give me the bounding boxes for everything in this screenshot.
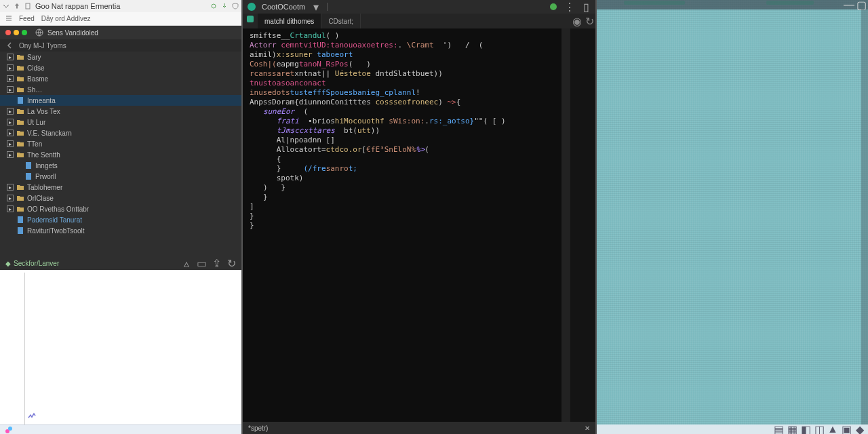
shield-icon[interactable] [232, 3, 239, 9]
toolbar-feed[interactable]: Feed [19, 15, 35, 22]
scrollbar-vertical[interactable] [561, 28, 570, 422]
maximize-icon[interactable]: ▢ [857, 1, 865, 9]
tree-node[interactable]: ▸Sary [0, 52, 241, 62]
code-line[interactable]: smiftse__Crtandul( ) [250, 31, 557, 41]
code-line[interactable]: frati •brioshiMocouothf sWis:on:.rs:_aot… [250, 117, 557, 126]
tree-node[interactable]: ▸The Sentth [0, 149, 241, 160]
folder-toggle-icon[interactable]: ▸ [7, 86, 14, 93]
code-line[interactable]: } [250, 193, 557, 202]
refresh-icon[interactable]: ↻ [226, 258, 236, 268]
folder-toggle-icon[interactable]: ▸ [7, 130, 14, 136]
scrollbar-vertical[interactable] [861, 9, 868, 425]
tree-node[interactable]: ▸OO Rvethas Onttabr [0, 203, 241, 214]
code-line[interactable]: ) } [250, 183, 557, 193]
code-line[interactable]: } [250, 212, 557, 221]
tree-node[interactable]: Prworll [0, 171, 241, 182]
panel-icon[interactable]: ▯ [580, 1, 591, 12]
code-line[interactable]: tJmsccxttares bt(utt)) [250, 126, 557, 136]
code-line[interactable]: spotk) [250, 174, 557, 183]
sync-icon[interactable]: ↻ [583, 14, 595, 28]
code-area[interactable]: smiftse__Crtandul( )Actorr cemntvitUD:ta… [245, 28, 561, 422]
menu-icon[interactable] [5, 15, 12, 23]
account-label: Sens Vandidoled [47, 29, 98, 37]
tool-icon[interactable]: ◧ [802, 425, 810, 433]
folder-toggle-icon[interactable]: ▸ [7, 205, 14, 212]
code-line[interactable]: Cosh|(eapmgtanoN_RsPos( ) [250, 60, 557, 69]
tool-icon[interactable]: ◆ [856, 425, 864, 433]
tab-app-icon[interactable] [243, 14, 258, 24]
tree-node[interactable]: ▸Sh… [0, 84, 241, 95]
tree-node[interactable]: ▸V.E. Stanckarn [0, 127, 241, 138]
download-icon[interactable] [221, 3, 228, 9]
folder-toggle-icon[interactable]: ▸ [7, 64, 14, 71]
code-line[interactable]: AnpssDoram{diunnonConitttes cossseofrone… [250, 98, 557, 107]
tool-icon[interactable]: ▤ [774, 425, 783, 433]
folder-toggle-icon[interactable]: ▸ [7, 184, 14, 191]
tree-node[interactable]: Inngets [0, 160, 241, 171]
code-line[interactable]: suneEor ( [250, 107, 557, 117]
folder-toggle-icon[interactable]: ▸ [7, 108, 14, 115]
share-icon[interactable]: ⇪ [212, 258, 221, 268]
code-line[interactable]: Al|npoadnn [] [250, 136, 557, 145]
minimap[interactable] [570, 28, 595, 422]
code-line[interactable]: tnustoasoanconact [250, 79, 557, 88]
code-line[interactable]: ] [250, 202, 557, 212]
upload-icon[interactable]: ▵ [182, 258, 191, 268]
tree-node[interactable]: ▸Cidse [0, 62, 241, 73]
tree-node[interactable]: Inmeanta [0, 95, 241, 106]
file-tree[interactable]: ▸Sary▸Cidse▸Basme▸Sh…Inmeanta▸La Vos Tex… [0, 52, 241, 256]
tree-node[interactable]: ▸Tablohemer [0, 182, 241, 193]
tool-icon[interactable]: ◫ [815, 425, 823, 433]
code-line[interactable]: rcanssaretxntnat|| Uéstetoe dntdSlattbue… [250, 69, 557, 79]
more-icon[interactable]: ⋮ [564, 1, 575, 12]
tree-node[interactable]: ▸La Vos Tex [0, 106, 241, 117]
tree-node[interactable]: ▸OrlClase [0, 193, 241, 203]
app-icon[interactable] [4, 425, 14, 435]
tree-node[interactable]: Ravitur/TwobTsoolt [0, 225, 241, 236]
tree-node[interactable]: ▸Ut Lur [0, 117, 241, 127]
close-icon[interactable]: ✕ [585, 425, 590, 432]
sync-icon[interactable] [210, 3, 217, 9]
tool-icon[interactable]: ▦ [788, 425, 796, 433]
folder-toggle-icon[interactable]: ▸ [7, 140, 14, 147]
tree-node[interactable]: ▸TTen [0, 138, 241, 149]
account-row[interactable]: Sens Vandidoled [0, 26, 241, 39]
file-icon [16, 216, 24, 224]
tree-node[interactable]: Padernsid Tanurat [0, 214, 241, 225]
code-line[interactable]: } [250, 221, 557, 231]
close-dot-icon[interactable] [5, 30, 11, 35]
folder-toggle-icon[interactable]: ▸ [7, 54, 14, 60]
code-line[interactable]: } (/fresanrot; [250, 164, 557, 174]
folder-icon [16, 53, 24, 61]
folder-toggle-icon[interactable]: ▸ [7, 195, 14, 201]
window-controls[interactable] [5, 30, 27, 35]
editor-tab[interactable]: matchI dithomes [258, 14, 321, 28]
code-editor[interactable]: smiftse__Crtandul( )Actorr cemntvitUD:ta… [243, 28, 595, 422]
eye-icon[interactable]: ◉ [571, 14, 583, 28]
code-line[interactable]: Allocatort=ctdco.or[€fE³SnEloN%%>( [250, 145, 557, 155]
editor-tab[interactable]: CDstart; [321, 14, 361, 28]
explorer-window: Goo Nat rappan Ermentia Feed Dây ord Add… [0, 0, 241, 434]
explorer-body: Sens Vandidoled Ony M-J Tyoms ▸Sary▸Cids… [0, 26, 241, 270]
pin-icon[interactable] [14, 3, 20, 9]
status-text: *spetr) [248, 425, 268, 432]
back-row[interactable]: Ony M-J Tyoms [0, 39, 241, 52]
zoom-dot-icon[interactable] [22, 30, 27, 35]
tree-node[interactable]: ▸Basme [0, 73, 241, 84]
dropdown-icon[interactable]: ▾ [311, 1, 321, 12]
minimize-icon[interactable]: — [845, 1, 853, 9]
chevron-down-icon[interactable] [3, 3, 9, 9]
screen-icon[interactable]: ▭ [197, 258, 206, 268]
folder-toggle-icon[interactable]: ▸ [7, 75, 14, 82]
code-line[interactable]: aimil)x:ssuner taboeort [250, 50, 557, 60]
folder-toggle-icon[interactable]: ▸ [7, 151, 14, 158]
code-line[interactable]: Actorr cemntvitUD:tanouoaxoetres:. \Cram… [250, 41, 557, 50]
activity-icon[interactable] [27, 411, 37, 423]
code-line[interactable]: { [250, 155, 557, 164]
tool-icon[interactable]: ▣ [842, 425, 850, 433]
minimize-dot-icon[interactable] [14, 30, 19, 35]
tool-icon[interactable]: ▲ [829, 425, 837, 433]
code-line[interactable]: inusedotstustefffSpouesbanieg_cplannl! [250, 88, 557, 98]
toolbar-address[interactable]: Dây ord Addlvez [41, 15, 91, 22]
folder-toggle-icon[interactable]: ▸ [7, 119, 14, 125]
